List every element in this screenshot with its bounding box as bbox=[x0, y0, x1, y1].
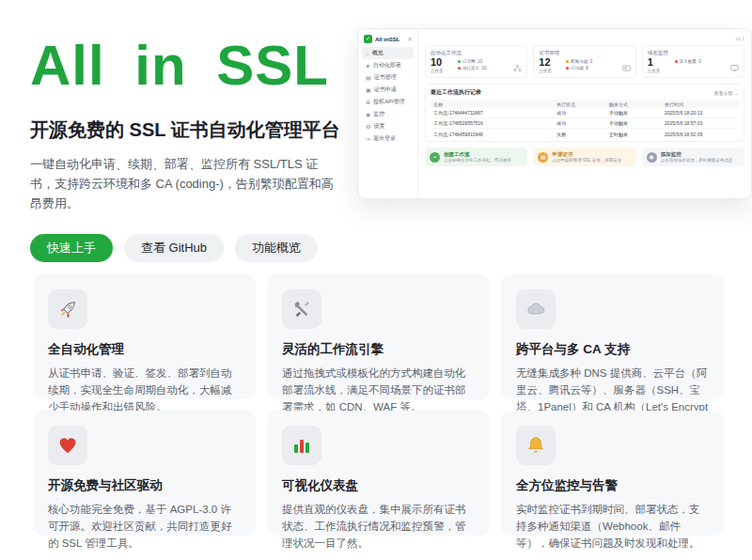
quick-add-monitor[interactable]: ◉ 添加监控 点击添加域名监控，及时掌握证书动态 bbox=[642, 148, 744, 166]
feature-desc: 实时监控证书到期时间、部署状态，支持多种通知渠道（Webhook、邮件等），确保… bbox=[516, 501, 709, 552]
view-all-link[interactable]: 查看全部 → bbox=[714, 90, 739, 96]
feature-desc: 提供直观的仪表盘，集中展示所有证书状态、工作流执行情况和监控预警，管理状况一目了… bbox=[282, 501, 475, 552]
workflow-icon: ◈ bbox=[366, 62, 370, 69]
sidebar-item-settings[interactable]: ⚙ 设置 bbox=[362, 120, 414, 132]
red-dot-icon bbox=[675, 60, 678, 63]
sidebar-item-monitor[interactable]: ◉ 监控 bbox=[362, 108, 414, 120]
sidebar-item-label: 授权API管理 bbox=[373, 98, 405, 106]
stat-title: 域名监控 bbox=[648, 50, 739, 56]
cell-time: 2025/5/6 18:20:13 bbox=[662, 110, 739, 116]
col-trigger: 触发方式 bbox=[606, 101, 662, 107]
settings-icon: ⚙ bbox=[366, 123, 370, 130]
sidebar-item-cert-manage[interactable]: ▤ 证书管理 bbox=[362, 71, 414, 84]
sidebar-item-label: 证书管理 bbox=[374, 73, 397, 82]
app-screenshot: ✓ All inSSL ≡ ⌂ 概览 ◈ 自动化部署 ▤ 证书管理 bbox=[357, 28, 752, 199]
feature-title: 跨平台与多 CA 支持 bbox=[516, 341, 709, 358]
table-title: 最近工作流执行记录 bbox=[431, 88, 481, 97]
feature-card-dashboard: 可视化仪表盘 提供直观的仪表盘，集中展示所有证书状态、工作流执行情况和监控预警，… bbox=[267, 411, 490, 536]
app-sidebar: ✓ All inSSL ≡ ⌂ 概览 ◈ 自动化部署 ▤ 证书管理 bbox=[358, 29, 418, 198]
heart-icon bbox=[48, 426, 87, 465]
cell-name: 工作流-1746459810948 bbox=[431, 132, 554, 137]
table-row[interactable]: 工作流-1746459810948 失败 定时触发 2025/5/6 18:52… bbox=[431, 129, 739, 139]
bar-chart-icon bbox=[282, 426, 321, 465]
sidebar-item-label: 监控 bbox=[373, 110, 384, 118]
app-logo: ✓ All inSSL ≡ bbox=[362, 34, 414, 47]
monitor-screen-icon bbox=[730, 59, 739, 76]
bell-icon bbox=[516, 426, 556, 465]
features-grid: 全自动化管理 从证书申请、验证、签发、部署到自动续期，实现全生命周期自动化，大幅… bbox=[33, 274, 724, 536]
legend-label: 即将过期: 0 bbox=[571, 58, 592, 65]
tools-icon bbox=[282, 289, 321, 329]
col-status: 执行状态 bbox=[554, 101, 606, 107]
quick-create-workflow[interactable]: ⌁ 创建工作流 点击创建自动化工作流程，提升效率 bbox=[425, 148, 527, 166]
stat-total-label: 总数量 bbox=[648, 69, 739, 73]
sidebar-item-label: 设置 bbox=[373, 122, 384, 131]
quick-actions: ⌁ 创建工作流 点击创建自动化工作流程，提升效率 ▤ 申请证书 点击申请和管理 … bbox=[425, 148, 744, 166]
table-row[interactable]: 工作流-1746529557516 成功 手动触发 2025/5/6 18:57… bbox=[431, 118, 739, 129]
cell-trigger: 手动触发 bbox=[606, 120, 662, 126]
feature-title: 全自动化管理 bbox=[48, 341, 241, 358]
stat-card-monitors[interactable]: 域名监控 1 总数量 异常数量: 0 bbox=[642, 45, 744, 78]
logout-icon: ↪ bbox=[366, 135, 370, 142]
col-name: 名称 bbox=[431, 101, 554, 107]
quick-desc: 点击申请和管理 SSL 证书，保障安全 bbox=[552, 158, 621, 163]
sidebar-item-auto-deploy[interactable]: ◈ 自动化部署 bbox=[362, 59, 414, 71]
monitor-icon: ◉ bbox=[366, 111, 370, 117]
cell-time: 2025/5/6 18:52:09 bbox=[662, 132, 739, 137]
hero-description: 一键自动化申请、续期、部署、监控所有 SSL/TLS 证书，支持跨云环境和多 C… bbox=[30, 154, 342, 213]
sidebar-item-label: 退出登录 bbox=[373, 134, 396, 143]
feature-card-alerts: 全方位监控与告警 实时监控证书到期时间、部署状态，支持多种通知渠道（Webhoo… bbox=[501, 411, 724, 536]
table-header-row: 名称 执行状态 触发方式 执行时间 bbox=[431, 100, 739, 108]
stat-title: 自动化工作流 bbox=[431, 50, 522, 56]
feature-desc: 从证书申请、验证、签发、部署到自动续期，实现全生命周期自动化，大幅减少手动操作和… bbox=[48, 365, 241, 415]
hero-buttons: 快速上手 查看 GitHub 功能概览 bbox=[30, 234, 357, 262]
feature-desc: 通过拖拽式或模板化的方式构建自动化部署流水线，满足不同场景下的证书部署需求，如 … bbox=[282, 365, 475, 415]
page-subtitle: 开源免费的 SSL 证书自动化管理平台 bbox=[30, 117, 357, 143]
legend-label: 异常数量: 0 bbox=[680, 58, 701, 65]
menu-toggle-icon[interactable]: ≡ bbox=[408, 36, 412, 42]
sidebar-item-api-auth[interactable]: ⊕ 授权API管理 bbox=[362, 96, 414, 108]
github-button[interactable]: 查看 GitHub bbox=[124, 234, 224, 262]
cell-trigger: 手动触发 bbox=[606, 110, 662, 116]
sidebar-item-cert-apply[interactable]: ▣ 证书申请 bbox=[362, 84, 414, 96]
feature-title: 开源免费与社区驱动 bbox=[48, 477, 241, 494]
stat-title: 证书管理 bbox=[539, 50, 630, 56]
legend-label: 执行异常: 10 bbox=[462, 65, 487, 71]
quick-apply-cert[interactable]: ▤ 申请证书 点击申请和管理 SSL 证书，保障安全 bbox=[533, 148, 635, 166]
certificate-icon: ▤ bbox=[538, 152, 548, 163]
quick-title: 创建工作流 bbox=[444, 151, 511, 158]
feature-card-automation: 全自动化管理 从证书申请、验证、签发、部署到自动续期，实现全生命周期自动化，大幅… bbox=[33, 274, 256, 399]
sidebar-item-logout[interactable]: ↪ 退出登录 bbox=[362, 132, 414, 145]
cell-name: 工作流-1746529557516 bbox=[431, 120, 554, 126]
quick-title: 申请证书 bbox=[552, 151, 621, 158]
cell-status: 失败 bbox=[554, 132, 606, 137]
sidebar-item-overview[interactable]: ⌂ 概览 bbox=[362, 47, 414, 59]
features-overview-button[interactable]: 功能概览 bbox=[235, 234, 318, 262]
stat-cards: 自动化工作流 10 总数量 已启用: 10 执行异常: 10 bbox=[425, 45, 744, 78]
hero-section: All in SSL 开源免费的 SSL 证书自动化管理平台 一键自动化申请、续… bbox=[0, 0, 752, 262]
legend-label: 已过期: 8 bbox=[571, 65, 588, 71]
legend-label: 已启用: 10 bbox=[462, 58, 482, 65]
logo-text: All inSSL bbox=[375, 37, 400, 42]
cell-time: 2025/5/6 18:57:03 bbox=[662, 120, 739, 126]
landing-page: All in SSL 开源免费的 SSL 证书自动化管理平台 一键自动化申请、续… bbox=[0, 0, 752, 560]
app-main: v1.1 自动化工作流 10 总数量 已启用: 10 执行异常: 10 bbox=[418, 29, 751, 198]
stat-card-certificates[interactable]: 证书管理 12 总数量 即将过期: 0 已过期: 8 bbox=[533, 45, 635, 78]
cloud-icon bbox=[516, 289, 556, 329]
stat-card-workflows[interactable]: 自动化工作流 10 总数量 已启用: 10 执行异常: 10 bbox=[425, 45, 527, 78]
feature-card-open-source: 开源免费与社区驱动 核心功能完全免费，基于 AGPL-3.0 许可开源。欢迎社区… bbox=[33, 411, 256, 536]
sidebar-item-label: 概览 bbox=[372, 49, 384, 57]
get-started-button[interactable]: 快速上手 bbox=[30, 234, 113, 262]
rocket-icon bbox=[48, 289, 87, 329]
home-icon: ⌂ bbox=[366, 51, 369, 56]
red-dot-icon bbox=[566, 67, 569, 70]
certificate-card-icon bbox=[622, 59, 631, 76]
apply-icon: ▣ bbox=[366, 86, 371, 93]
sidebar-item-label: 自动化部署 bbox=[373, 61, 401, 70]
quick-title: 添加监控 bbox=[661, 151, 733, 158]
monitor-icon: ◉ bbox=[647, 152, 657, 163]
table-row[interactable]: 工作流-1746444711887 成功 手动触发 2025/5/6 18:20… bbox=[431, 108, 739, 118]
feature-title: 灵活的工作流引擎 bbox=[282, 341, 475, 358]
feature-desc: 核心功能完全免费，基于 AGPL-3.0 许可开源。欢迎社区贡献，共同打造更好的… bbox=[48, 501, 241, 552]
green-dot-icon bbox=[458, 60, 461, 63]
